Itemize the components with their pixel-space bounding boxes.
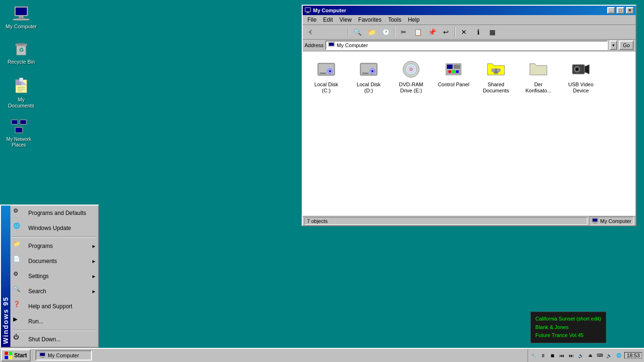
svg-rect-69 [593, 223, 597, 223]
tray-icon-volume[interactable]: 🔈 [605, 352, 613, 359]
svg-marker-62 [585, 65, 589, 74]
file-usb-video[interactable]: USB Video Device [562, 56, 600, 96]
tray-icon-next[interactable]: ⏭ [568, 352, 575, 359]
menu-file[interactable]: File [305, 16, 319, 24]
svg-rect-27 [306, 13, 310, 13]
svg-rect-75 [40, 353, 45, 356]
undo-button[interactable]: ↩ [439, 26, 453, 38]
tray-icon-media-1[interactable]: 🔧 [530, 352, 537, 359]
maximize-button[interactable]: □ [617, 7, 624, 14]
svg-rect-67 [593, 219, 597, 222]
start-menu-sidebar: Windows 95 [1, 206, 10, 347]
svg-point-54 [452, 70, 455, 73]
taskbar-item-my-computer[interactable]: My Computer [35, 350, 92, 361]
menu-favorites[interactable]: Favorites [355, 16, 384, 24]
desktop-icon-my-documents[interactable]: My Documents [5, 78, 38, 109]
hdd-icon [315, 58, 338, 81]
desktop-icon-my-computer[interactable]: My Computer [5, 5, 38, 30]
file-control-panel[interactable]: Control Panel [435, 56, 472, 96]
menu-item-settings[interactable]: ⚙ Settings ▶ [10, 269, 98, 284]
menu-item-programs-defaults[interactable]: ⚙ Programs and Defaults [10, 206, 98, 221]
programs-icon: 📁 [13, 240, 25, 252]
menu-item-documents[interactable]: 📄 Documents ▶ [10, 254, 98, 269]
file-dvd-ram[interactable]: DVD-RAM Drive (E:) [392, 56, 430, 96]
menu-item-run[interactable]: ▶ Run... [10, 314, 98, 329]
cut-button[interactable]: ✂ [397, 26, 410, 38]
media-artist: Blank & Jones [536, 323, 601, 332]
menu-item-search[interactable]: 🔍 Search ▶ [10, 284, 98, 299]
taskbar: Start My Computer 🔧 ⏸ ⏹ ⏮ ⏭ 🔊 ⏏ ⌨ 🔈 🌐 1 [0, 348, 644, 362]
window-statusbar: 7 objects My Computer [303, 216, 636, 225]
start-button[interactable]: Start [1, 349, 31, 362]
svg-rect-71 [9, 352, 12, 355]
close-button[interactable]: ✕ [626, 7, 634, 14]
settings-arrow: ▶ [92, 274, 95, 279]
menu-tools[interactable]: Tools [385, 16, 404, 24]
svg-rect-17 [12, 120, 17, 124]
address-input[interactable]: My Computer [325, 41, 608, 50]
folder-icon [527, 58, 550, 81]
file-local-disk-c[interactable]: Local Disk (C:) [307, 56, 345, 96]
go-button[interactable]: Go [619, 41, 634, 50]
tray-icon-prev[interactable]: ⏮ [558, 352, 566, 359]
address-icon [328, 42, 335, 49]
properties-button[interactable]: ℹ [471, 26, 485, 38]
copy-button[interactable]: 📋 [411, 26, 424, 38]
svg-rect-35 [329, 43, 334, 46]
documents-icon [13, 78, 30, 95]
tray-icon-pause[interactable]: ⏸ [539, 352, 547, 359]
back-button[interactable] [305, 26, 318, 38]
toolbar-sep-2 [394, 27, 395, 37]
window-content: Local Disk (C:) Local Disk (D:) [303, 51, 636, 216]
up-button[interactable] [333, 26, 346, 38]
menu-item-shutdown[interactable]: ⏻ Shut Down... [10, 332, 98, 347]
desktop-icon-recycle-bin[interactable]: ♻ Recycle Bin [5, 40, 38, 65]
media-album: Future Trance Vol.45 [536, 331, 601, 340]
svg-rect-31 [322, 31, 325, 33]
tray-icon-stop[interactable]: ⏹ [549, 352, 556, 359]
svg-point-58 [491, 68, 495, 72]
svg-rect-50 [447, 65, 453, 69]
start-menu: Windows 95 ⚙ Programs and Defaults 🌐 Win… [0, 205, 99, 348]
delete-button[interactable]: ✕ [457, 26, 471, 38]
start-menu-items: ⚙ Programs and Defaults 🌐 Windows Update… [10, 206, 98, 347]
taskbar-computer-icon [39, 352, 46, 359]
menu-view[interactable]: View [337, 16, 355, 24]
tray-icon-media-2[interactable]: 🔊 [577, 352, 585, 359]
search-arrow: ▶ [92, 289, 95, 294]
svg-rect-15 [19, 78, 23, 82]
svg-rect-29 [311, 31, 314, 33]
history-button[interactable]: 🕐 [379, 26, 392, 38]
tray-icon-eject[interactable]: ⏏ [586, 352, 594, 359]
svg-rect-2 [19, 16, 24, 18]
svg-rect-68 [594, 222, 596, 223]
menu-item-windows-update[interactable]: 🌐 Windows Update [10, 221, 98, 236]
svg-rect-21 [16, 128, 22, 132]
shared-folder-icon [485, 58, 507, 81]
file-local-disk-d[interactable]: Local Disk (D:) [350, 56, 388, 96]
svg-point-39 [329, 70, 331, 72]
menu-edit[interactable]: Edit [320, 16, 336, 24]
svg-text:♻: ♻ [19, 47, 24, 53]
file-der-konfisato[interactable]: Der Konfisato... [520, 56, 557, 96]
menu-item-programs[interactable]: 📁 Programs ▶ [10, 239, 98, 254]
desktop-icon-my-network[interactable]: My Network Places [2, 118, 35, 148]
file-shared-docs[interactable]: Shared Documents [477, 56, 515, 96]
paste-button[interactable]: 📌 [425, 26, 438, 38]
address-dropdown[interactable]: ▼ [610, 41, 617, 50]
views-button[interactable]: ▦ [486, 26, 499, 38]
tray-icon-keyboard[interactable]: ⌨ [596, 352, 603, 359]
folders-button[interactable]: 📁 [365, 26, 378, 38]
svg-rect-19 [20, 120, 26, 124]
start-menu-brand: Windows 95 [2, 296, 9, 344]
menu-help[interactable]: Help [405, 16, 422, 24]
tray-icon-network[interactable]: 🌐 [615, 352, 622, 359]
forward-button[interactable] [319, 26, 332, 38]
help-icon: ❓ [13, 301, 25, 312]
minimize-button[interactable]: _ [607, 7, 615, 14]
documents-menu-icon: 📄 [13, 255, 25, 267]
svg-marker-60 [530, 64, 547, 75]
network-icon [10, 118, 27, 135]
menu-item-help-support[interactable]: ❓ Help and Support [10, 299, 98, 314]
search-button[interactable]: 🔍 [351, 26, 364, 38]
